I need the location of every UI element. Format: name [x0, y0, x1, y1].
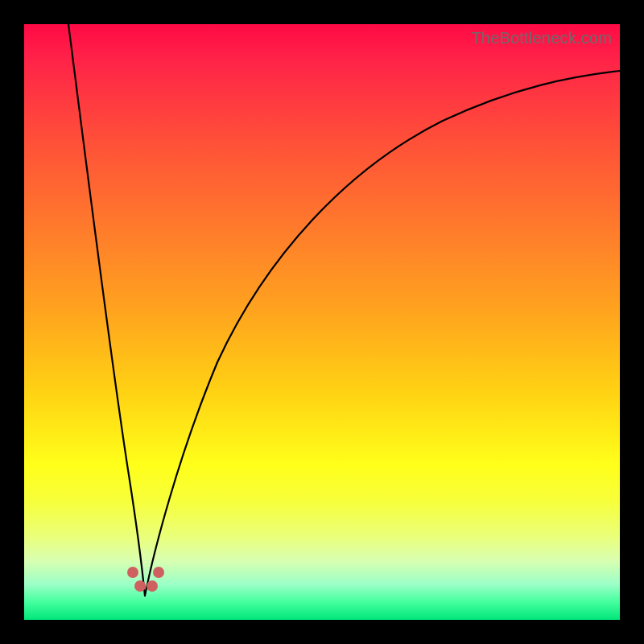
- plot-area: TheBottleneck.com: [24, 24, 620, 620]
- marker-dot: [153, 567, 164, 578]
- curve-right-branch: [145, 71, 620, 596]
- marker-dot: [127, 567, 138, 578]
- bottleneck-curve: [24, 24, 620, 620]
- curve-left-branch: [68, 24, 145, 596]
- marker-dot: [147, 580, 158, 592]
- chart-frame: TheBottleneck.com: [0, 0, 644, 644]
- marker-dot: [134, 580, 146, 592]
